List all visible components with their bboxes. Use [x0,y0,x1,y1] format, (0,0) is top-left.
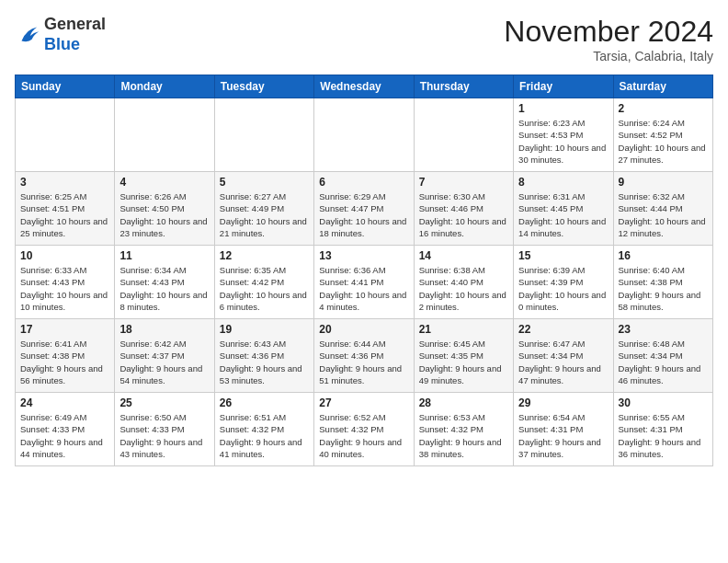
day-cell: 28Sunrise: 6:53 AM Sunset: 4:32 PM Dayli… [414,393,513,466]
week-row-1: 1Sunrise: 6:23 AM Sunset: 4:53 PM Daylig… [16,98,713,172]
day-info: Sunrise: 6:45 AM Sunset: 4:35 PM Dayligh… [419,338,508,386]
day-cell: 12Sunrise: 6:35 AM Sunset: 4:42 PM Dayli… [214,246,313,319]
day-number: 17 [20,323,109,336]
day-info: Sunrise: 6:33 AM Sunset: 4:43 PM Dayligh… [20,264,109,313]
day-info: Sunrise: 6:43 AM Sunset: 4:36 PM Dayligh… [220,338,309,386]
col-monday: Monday [115,75,214,98]
day-cell [314,98,414,172]
day-cell: 23Sunrise: 6:48 AM Sunset: 4:34 PM Dayli… [613,319,712,393]
day-info: Sunrise: 6:42 AM Sunset: 4:37 PM Dayligh… [119,338,209,386]
day-info: Sunrise: 6:32 AM Sunset: 4:44 PM Dayligh… [619,190,708,239]
day-info: Sunrise: 6:52 AM Sunset: 4:32 PM Dayligh… [319,411,408,460]
day-number: 24 [20,396,109,409]
page-header: General Blue November 2024 Tarsia, Calab… [15,15,713,63]
day-cell: 4Sunrise: 6:26 AM Sunset: 4:50 PM Daylig… [115,172,214,246]
day-number: 14 [419,249,508,262]
week-row-3: 10Sunrise: 6:33 AM Sunset: 4:43 PM Dayli… [16,246,713,319]
day-cell: 10Sunrise: 6:33 AM Sunset: 4:43 PM Dayli… [16,246,115,319]
day-cell [414,98,513,172]
day-number: 3 [20,176,109,189]
day-info: Sunrise: 6:54 AM Sunset: 4:31 PM Dayligh… [518,411,608,460]
day-number: 16 [619,249,708,262]
day-cell [16,98,115,172]
week-row-5: 24Sunrise: 6:49 AM Sunset: 4:33 PM Dayli… [16,393,713,466]
day-info: Sunrise: 6:35 AM Sunset: 4:42 PM Dayligh… [220,264,309,313]
week-row-2: 3Sunrise: 6:25 AM Sunset: 4:51 PM Daylig… [16,172,713,246]
day-cell: 9Sunrise: 6:32 AM Sunset: 4:44 PM Daylig… [613,172,712,246]
day-cell: 13Sunrise: 6:36 AM Sunset: 4:41 PM Dayli… [314,246,414,319]
day-info: Sunrise: 6:51 AM Sunset: 4:32 PM Dayligh… [220,411,309,460]
day-number: 5 [220,176,309,189]
day-info: Sunrise: 6:44 AM Sunset: 4:36 PM Dayligh… [319,338,408,386]
day-number: 9 [619,176,708,189]
day-cell: 2Sunrise: 6:24 AM Sunset: 4:52 PM Daylig… [613,98,712,172]
day-cell: 26Sunrise: 6:51 AM Sunset: 4:32 PM Dayli… [214,393,313,466]
day-info: Sunrise: 6:31 AM Sunset: 4:45 PM Dayligh… [518,190,608,239]
day-number: 15 [518,249,608,262]
day-cell: 17Sunrise: 6:41 AM Sunset: 4:38 PM Dayli… [16,319,115,393]
week-row-4: 17Sunrise: 6:41 AM Sunset: 4:38 PM Dayli… [16,319,713,393]
day-cell: 8Sunrise: 6:31 AM Sunset: 4:45 PM Daylig… [514,172,613,246]
logo: General Blue [15,15,106,54]
day-cell [214,98,313,172]
day-cell: 21Sunrise: 6:45 AM Sunset: 4:35 PM Dayli… [414,319,513,393]
day-number: 1 [518,102,608,115]
day-cell: 29Sunrise: 6:54 AM Sunset: 4:31 PM Dayli… [514,393,613,466]
day-cell: 24Sunrise: 6:49 AM Sunset: 4:33 PM Dayli… [16,393,115,466]
day-info: Sunrise: 6:48 AM Sunset: 4:34 PM Dayligh… [619,338,708,386]
day-number: 23 [619,323,708,336]
col-thursday: Thursday [414,75,513,98]
day-number: 13 [319,249,408,262]
day-number: 11 [119,249,209,262]
day-cell: 3Sunrise: 6:25 AM Sunset: 4:51 PM Daylig… [16,172,115,246]
day-number: 30 [619,396,708,409]
day-cell: 1Sunrise: 6:23 AM Sunset: 4:53 PM Daylig… [514,98,613,172]
day-number: 26 [220,396,309,409]
day-cell: 22Sunrise: 6:47 AM Sunset: 4:34 PM Dayli… [514,319,613,393]
day-info: Sunrise: 6:49 AM Sunset: 4:33 PM Dayligh… [20,411,109,460]
day-cell: 30Sunrise: 6:55 AM Sunset: 4:31 PM Dayli… [613,393,712,466]
day-number: 28 [419,396,508,409]
day-number: 7 [419,176,508,189]
day-cell: 7Sunrise: 6:30 AM Sunset: 4:46 PM Daylig… [414,172,513,246]
col-friday: Friday [514,75,613,98]
day-number: 6 [319,176,408,189]
col-sunday: Sunday [16,75,115,98]
day-cell: 16Sunrise: 6:40 AM Sunset: 4:38 PM Dayli… [613,246,712,319]
day-number: 10 [20,249,109,262]
day-info: Sunrise: 6:30 AM Sunset: 4:46 PM Dayligh… [419,190,508,239]
day-info: Sunrise: 6:50 AM Sunset: 4:33 PM Dayligh… [119,411,209,460]
day-info: Sunrise: 6:39 AM Sunset: 4:39 PM Dayligh… [518,264,608,313]
calendar-table: Sunday Monday Tuesday Wednesday Thursday… [15,75,713,466]
title-block: November 2024 Tarsia, Calabria, Italy [504,15,713,63]
day-info: Sunrise: 6:25 AM Sunset: 4:51 PM Dayligh… [20,190,109,239]
day-info: Sunrise: 6:38 AM Sunset: 4:40 PM Dayligh… [419,264,508,313]
day-number: 25 [119,396,209,409]
day-cell: 15Sunrise: 6:39 AM Sunset: 4:39 PM Dayli… [514,246,613,319]
day-info: Sunrise: 6:47 AM Sunset: 4:34 PM Dayligh… [518,338,608,386]
header-row: Sunday Monday Tuesday Wednesday Thursday… [16,75,713,98]
logo-general-text: General [44,15,106,33]
day-number: 22 [518,323,608,336]
month-title: November 2024 [504,15,713,49]
logo-bird-icon [15,22,40,48]
calendar-header: Sunday Monday Tuesday Wednesday Thursday… [16,75,713,98]
col-tuesday: Tuesday [214,75,313,98]
day-info: Sunrise: 6:26 AM Sunset: 4:50 PM Dayligh… [119,190,209,239]
day-number: 19 [220,323,309,336]
day-info: Sunrise: 6:40 AM Sunset: 4:38 PM Dayligh… [619,264,708,313]
logo-blue-text: Blue [44,35,80,53]
day-cell: 18Sunrise: 6:42 AM Sunset: 4:37 PM Dayli… [115,319,214,393]
location-text: Tarsia, Calabria, Italy [504,49,713,63]
day-number: 27 [319,396,408,409]
day-cell: 14Sunrise: 6:38 AM Sunset: 4:40 PM Dayli… [414,246,513,319]
day-number: 21 [419,323,508,336]
calendar-body: 1Sunrise: 6:23 AM Sunset: 4:53 PM Daylig… [16,98,713,466]
col-saturday: Saturday [613,75,712,98]
day-info: Sunrise: 6:53 AM Sunset: 4:32 PM Dayligh… [419,411,508,460]
day-number: 2 [619,102,708,115]
day-number: 20 [319,323,408,336]
day-info: Sunrise: 6:55 AM Sunset: 4:31 PM Dayligh… [619,411,708,460]
day-info: Sunrise: 6:34 AM Sunset: 4:43 PM Dayligh… [119,264,209,313]
day-number: 8 [518,176,608,189]
